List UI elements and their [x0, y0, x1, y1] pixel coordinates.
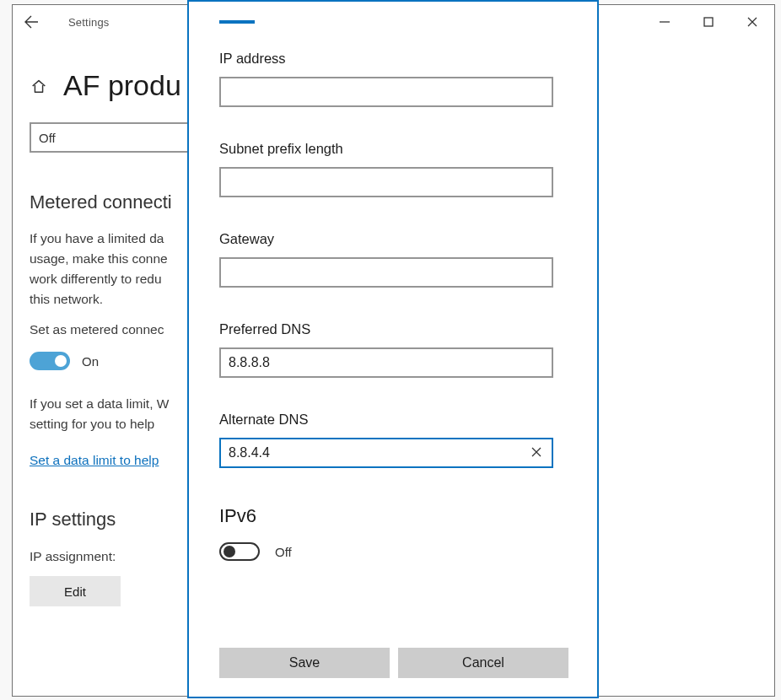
off-dropdown-value: Off [39, 131, 56, 145]
ip-settings-dialog: IP address Subnet prefix length Gateway … [187, 0, 599, 698]
ipv6-toggle-label: Off [275, 545, 292, 559]
ipv6-toggle[interactable] [219, 542, 260, 561]
ip-address-input[interactable] [219, 77, 553, 107]
minimize-button[interactable] [643, 5, 687, 39]
subnet-input[interactable] [219, 167, 553, 197]
dialog-content: IP address Subnet prefix length Gateway … [189, 2, 597, 561]
svg-rect-1 [704, 18, 713, 26]
gateway-input[interactable] [219, 257, 553, 288]
ip-address-label: IP address [219, 51, 572, 67]
subnet-label: Subnet prefix length [219, 141, 572, 157]
ipv6-label: IPv6 [219, 505, 572, 527]
close-icon [531, 447, 541, 457]
close-button[interactable] [730, 5, 774, 39]
clear-input-button[interactable] [528, 444, 545, 460]
gateway-label: Gateway [219, 231, 572, 247]
preferred-dns-input[interactable] [219, 347, 553, 378]
dialog-button-row: Save Cancel [219, 648, 568, 678]
ipv6-toggle-row: Off [219, 542, 572, 561]
maximize-button[interactable] [687, 5, 730, 39]
cancel-button[interactable]: Cancel [398, 648, 568, 678]
minimize-icon [660, 17, 670, 27]
preferred-dns-label: Preferred DNS [219, 321, 572, 337]
alternate-dns-label: Alternate DNS [219, 412, 572, 428]
close-icon [747, 17, 757, 27]
maximize-icon [703, 17, 714, 27]
window-title: Settings [68, 16, 110, 29]
back-button[interactable] [13, 5, 50, 39]
home-icon [30, 77, 48, 95]
window-controls [643, 5, 774, 39]
alternate-dns-wrap [219, 428, 553, 468]
save-button[interactable]: Save [219, 648, 390, 678]
alternate-dns-input[interactable] [219, 438, 553, 468]
metered-toggle-label: On [82, 354, 99, 369]
arrow-left-icon [24, 15, 38, 29]
edit-button[interactable]: Edit [30, 576, 121, 606]
dialog-tab-indicator [219, 20, 255, 24]
page-title: AF produ [63, 69, 181, 102]
metered-toggle[interactable] [30, 352, 70, 370]
